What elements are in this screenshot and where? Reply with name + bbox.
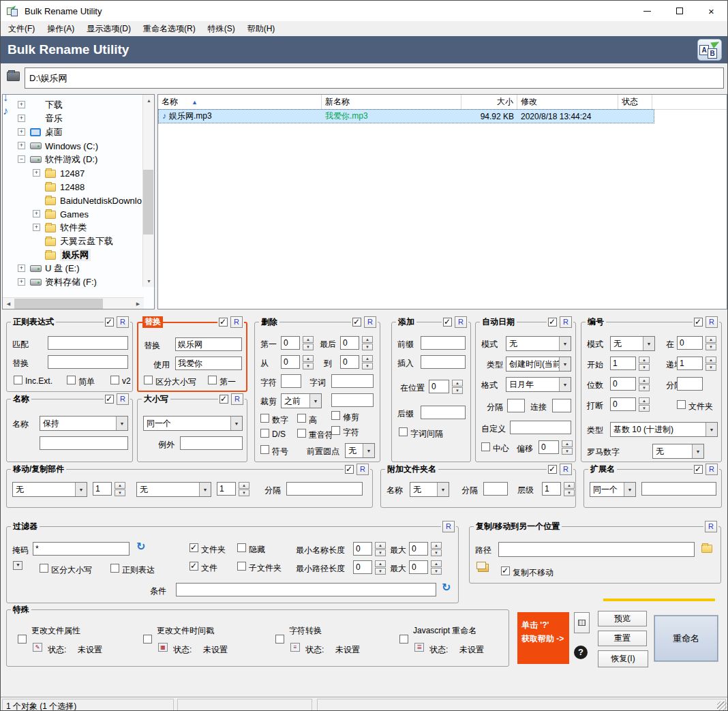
spin-up-icon[interactable]	[115, 482, 125, 489]
spinner[interactable]	[452, 380, 463, 394]
filter-files-checkbox[interactable]	[189, 562, 198, 571]
replace-with-input[interactable]	[175, 357, 242, 370]
expander-plus-icon[interactable]	[18, 264, 25, 272]
column-name[interactable]: 名称▲	[158, 95, 322, 109]
spin-up-icon[interactable]	[639, 377, 650, 384]
accents-checkbox[interactable]	[297, 429, 306, 438]
spin-up-icon[interactable]	[362, 336, 373, 343]
char-translation-checkbox[interactable]	[275, 635, 284, 644]
spin-up-icon[interactable]	[239, 482, 249, 489]
scroll-up-icon[interactable]: ▲	[143, 95, 155, 106]
spinner[interactable]	[115, 482, 125, 496]
spin-up-icon[interactable]	[375, 560, 386, 567]
spin-up-icon[interactable]	[706, 357, 716, 363]
remove-from-input[interactable]	[281, 355, 300, 369]
file-row-selected[interactable]: 娱乐网.mp3 我爱你.mp3 94.92 KB 2020/8/18 13:44…	[159, 110, 654, 123]
filter-subfolders-checkbox[interactable]	[237, 562, 246, 571]
spin-down-icon[interactable]	[375, 549, 386, 556]
num-at-input[interactable]	[677, 336, 703, 350]
roman-select[interactable]: 无	[652, 444, 704, 459]
spinner[interactable]	[375, 542, 386, 556]
numbering-enable-checkbox[interactable]	[694, 318, 703, 327]
help-icon[interactable]: ?	[574, 646, 588, 659]
remove-words-input[interactable]	[331, 374, 374, 388]
spin-up-icon[interactable]	[362, 355, 373, 362]
filter-regex-checkbox[interactable]	[110, 564, 119, 573]
name-enable-checkbox[interactable]	[105, 395, 114, 404]
remove-to-input[interactable]	[340, 355, 359, 369]
move-from-select[interactable]: 无	[12, 482, 87, 497]
autodate-seg-input[interactable]	[552, 399, 571, 412]
spin-down-icon[interactable]	[639, 384, 650, 391]
spin-down-icon[interactable]	[375, 568, 386, 575]
move-count1-input[interactable]	[93, 482, 112, 496]
reset-button[interactable]: 重置	[598, 631, 647, 646]
spin-down-icon[interactable]	[706, 344, 716, 350]
replace-reset-button[interactable]: R	[230, 316, 243, 328]
preview-button[interactable]: 预览	[598, 611, 647, 626]
spin-down-icon[interactable]	[452, 387, 463, 394]
spin-down-icon[interactable]	[115, 489, 125, 496]
regex-match-input[interactable]	[48, 336, 128, 350]
copy-path-input[interactable]	[498, 542, 695, 557]
autodate-mode-select[interactable]: 无	[506, 336, 571, 351]
tree-item[interactable]: Games	[60, 209, 89, 220]
move-sep-input[interactable]	[286, 482, 363, 496]
autodate-format-select[interactable]: 日月年	[506, 377, 571, 392]
remove-first-input[interactable]	[281, 336, 300, 350]
scroll-down-icon[interactable]: ▼	[143, 275, 155, 287]
max-path-input[interactable]	[409, 560, 428, 574]
spinner[interactable]	[431, 560, 442, 575]
refresh-icon[interactable]	[442, 583, 453, 594]
spin-down-icon[interactable]	[239, 489, 249, 496]
spin-down-icon[interactable]	[362, 344, 373, 350]
mask-input[interactable]	[33, 542, 130, 556]
ds-checkbox[interactable]	[260, 429, 269, 438]
tree-item[interactable]: 资料存储 (F:)	[45, 276, 97, 288]
expander-plus-icon[interactable]	[18, 278, 25, 286]
remove-reset-button[interactable]: R	[364, 316, 376, 328]
spin-down-icon[interactable]	[639, 405, 650, 412]
regex-replace-input[interactable]	[48, 355, 128, 369]
move-enable-checkbox[interactable]	[345, 465, 354, 474]
spin-down-icon[interactable]	[562, 448, 573, 455]
spin-up-icon[interactable]	[303, 336, 314, 343]
append-reset-button[interactable]: R	[560, 464, 572, 475]
max-name-input[interactable]	[409, 542, 428, 556]
spin-down-icon[interactable]	[431, 568, 442, 575]
extension-reset-button[interactable]: R	[706, 464, 718, 475]
column-new-name[interactable]: 新名称	[322, 95, 461, 109]
column-size[interactable]: 大小	[461, 95, 517, 109]
add-reset-button[interactable]: R	[455, 316, 467, 328]
expander-plus-icon[interactable]	[33, 169, 40, 177]
spin-up-icon[interactable]	[431, 542, 442, 549]
spinner[interactable]	[706, 357, 716, 371]
spinner[interactable]	[362, 355, 373, 369]
replace-first-checkbox[interactable]	[208, 376, 217, 384]
menu-display-options[interactable]: 显示选项(D)	[80, 23, 137, 35]
century-checkbox[interactable]	[481, 442, 490, 451]
symbols-checkbox[interactable]	[260, 445, 269, 454]
replace-enable-checkbox[interactable]	[219, 318, 228, 327]
move-count2-input[interactable]	[217, 482, 236, 496]
regex-reset-button[interactable]: R	[117, 316, 129, 328]
spinner[interactable]	[431, 542, 442, 556]
at-position-input[interactable]	[429, 380, 449, 393]
filter-folders-checkbox[interactable]	[189, 543, 198, 552]
expander-plus-icon[interactable]	[18, 115, 25, 122]
spinner[interactable]	[562, 440, 573, 455]
num-incr-input[interactable]	[677, 357, 703, 370]
simple-checkbox[interactable]	[67, 376, 76, 384]
spin-down-icon[interactable]	[303, 344, 314, 350]
num-pad-input[interactable]	[610, 377, 636, 391]
min-path-input[interactable]	[353, 560, 372, 574]
scroll-right-icon[interactable]: ▶	[132, 298, 144, 309]
tree-item-selected[interactable]: 娱乐网	[60, 249, 91, 261]
expander-minus-icon[interactable]	[18, 155, 25, 163]
menu-file[interactable]: 文件(F)	[2, 23, 41, 35]
prefix-input[interactable]	[421, 336, 466, 350]
high-checkbox[interactable]	[297, 414, 306, 423]
move-reset-button[interactable]: R	[357, 464, 369, 475]
filter-preset-icon[interactable]	[13, 561, 22, 570]
copy-folders-icon[interactable]	[478, 564, 489, 572]
